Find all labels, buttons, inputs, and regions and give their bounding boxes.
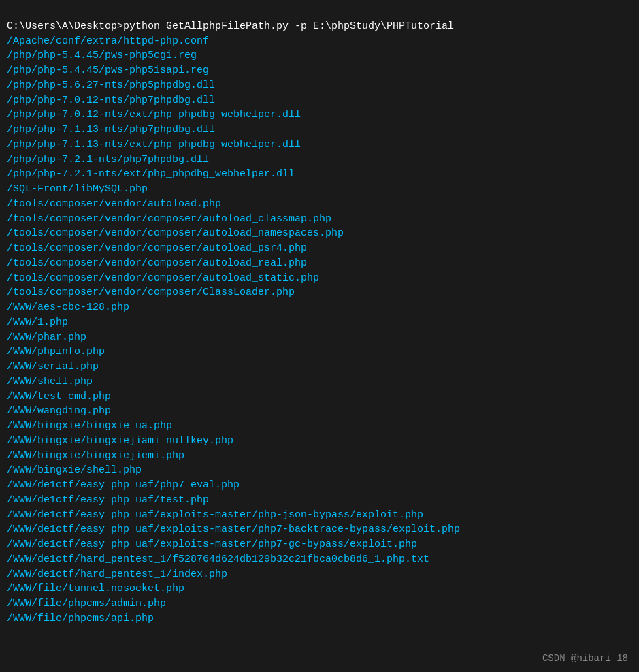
terminal-line: /WWW/de1ctf/easy php uaf/exploits-master… [7,537,632,552]
terminal-line: /WWW/1.php [7,315,632,330]
terminal-line: /WWW/phpinfo.php [7,345,632,359]
terminal-line: /WWW/wangding.php [7,404,632,419]
terminal-line: /tools/composer/vendor/composer/autoload… [7,271,632,286]
terminal-output: C:\Users\A\Desktop>python GetAllphpFileP… [7,4,632,626]
terminal-line: /WWW/bingxie/bingxiejiemi.php [7,449,632,464]
terminal-line: /php/php-7.2.1-nts/php7phpdbg.dll [7,153,632,167]
terminal-line: /tools/composer/vendor/composer/ClassLoa… [7,285,632,300]
terminal-line: /tools/composer/vendor/composer/autoload… [7,226,632,241]
terminal-line: /WWW/serial.php [7,359,632,374]
terminal-line: /WWW/bingxie/bingxiejiami nullkey.php [7,434,632,449]
terminal-line: /php/php-5.4.45/pws-php5cgi.reg [7,48,632,63]
terminal-line: /php/php-5.6.27-nts/php5phpdbg.dll [7,78,632,93]
terminal-line: /php/php-7.2.1-nts/ext/php_phpdbg_webhel… [7,167,632,182]
terminal-line: /WWW/de1ctf/easy php uaf/exploits-master… [7,522,632,537]
terminal-line: /Apache/conf/extra/httpd-php.conf [7,34,632,49]
terminal-line: /WWW/de1ctf/easy php uaf/test.php [7,493,632,508]
terminal-line: /WWW/test_cmd.php [7,389,632,404]
terminal-line: /php/php-7.1.13-nts/ext/php_phpdbg_webhe… [7,138,632,153]
terminal-line: /WWW/phar.php [7,330,632,345]
terminal-line: /php/php-5.4.45/pws-php5isapi.reg [7,63,632,78]
terminal-line: /WWW/de1ctf/easy php uaf/exploits-master… [7,508,632,523]
terminal-line: /tools/composer/vendor/composer/autoload… [7,241,632,256]
watermark: CSDN @hibari_18 [542,653,628,664]
terminal-line: /WWW/bingxie/shell.php [7,463,632,478]
terminal-line: /WWW/aes-cbc-128.php [7,300,632,315]
terminal-line: /SQL-Front/libMySQL.php [7,182,632,197]
terminal-line: /php/php-7.0.12-nts/php7phpdbg.dll [7,93,632,108]
terminal-line: /php/php-7.0.12-nts/ext/php_phpdbg_webhe… [7,108,632,123]
terminal-line: /WWW/de1ctf/easy php uaf/php7 eval.php [7,478,632,493]
terminal-line: /tools/composer/vendor/autoload.php [7,197,632,212]
terminal-line: C:\Users\A\Desktop>python GetAllphpFileP… [7,19,632,34]
terminal-line: /WWW/bingxie/bingxie ua.php [7,419,632,434]
terminal-line: /WWW/shell.php [7,374,632,389]
terminal-line: /WWW/file/tunnel.nosocket.php [7,581,632,596]
terminal-line: /WWW/de1ctf/hard_pentest_1/index.php [7,567,632,582]
terminal-line: /php/php-7.1.13-nts/php7phpdbg.dll [7,123,632,138]
terminal-line: /WWW/file/phpcms/api.php [7,611,632,626]
terminal-line: /tools/composer/vendor/composer/autoload… [7,212,632,227]
terminal-line: /WWW/de1ctf/hard_pentest_1/f528764d624db… [7,552,632,567]
terminal-line: /WWW/file/phpcms/admin.php [7,596,632,611]
terminal-line: /tools/composer/vendor/composer/autoload… [7,256,632,271]
